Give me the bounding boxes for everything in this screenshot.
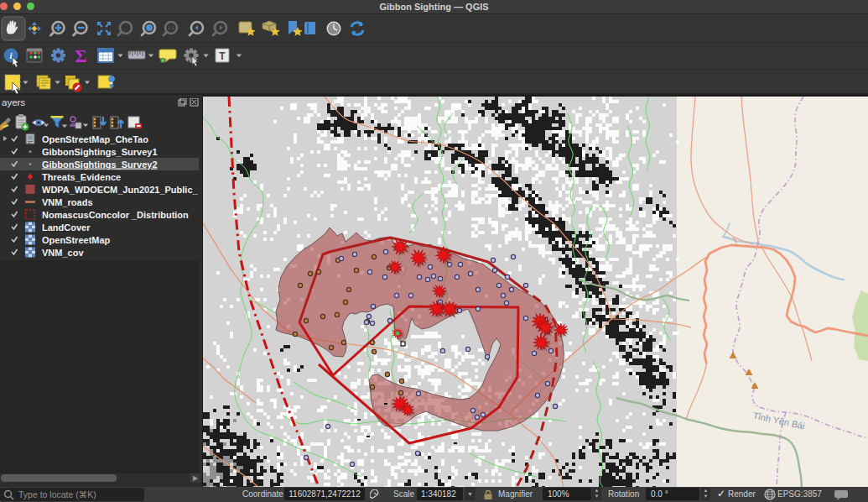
- svg-text:VNM_roads: VNM_roads: [42, 197, 93, 207]
- svg-text:OpenStreetMap_CheTao: OpenStreetMap_CheTao: [42, 134, 148, 144]
- svg-text:T: T: [219, 50, 226, 62]
- svg-text:LandCover: LandCover: [42, 222, 91, 233]
- svg-text:WDPA_WDOECM_Jun2021_Public_: WDPA_WDOECM_Jun2021_Public_: [42, 185, 199, 195]
- svg-text:VNM_cov: VNM_cov: [42, 248, 84, 258]
- svg-text:Σ: Σ: [75, 45, 86, 66]
- svg-text:GibbonSightings_Survey1: GibbonSightings_Survey1: [42, 147, 158, 157]
- svg-text:GibbonSightings_Survey2: GibbonSightings_Survey2: [42, 159, 158, 170]
- svg-text:NomascusConcolor _Distribution: NomascusConcolor _Distribution: [42, 210, 189, 220]
- svg-text:1:1: 1:1: [168, 25, 175, 30]
- svg-text:OpenStreetMap: OpenStreetMap: [42, 235, 111, 245]
- svg-text:Threats_Evidence: Threats_Evidence: [42, 172, 121, 182]
